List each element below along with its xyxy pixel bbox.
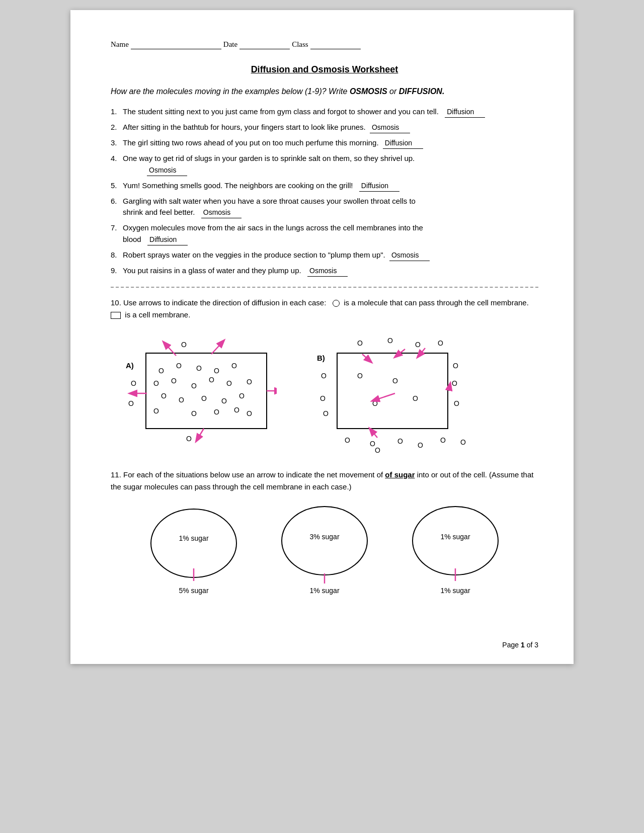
header: Name Date Class bbox=[111, 40, 538, 49]
svg-text:O: O bbox=[171, 377, 177, 385]
svg-text:O: O bbox=[201, 394, 207, 402]
answer-7: Diffusion bbox=[147, 234, 188, 245]
svg-text:O: O bbox=[226, 379, 232, 387]
question-2: 2. After sitting in the bathtub for hour… bbox=[111, 122, 538, 133]
svg-line-59 bbox=[372, 393, 395, 401]
svg-text:O: O bbox=[387, 337, 393, 345]
svg-text:O: O bbox=[397, 437, 403, 445]
svg-text:O: O bbox=[191, 409, 197, 418]
svg-text:O: O bbox=[460, 438, 466, 446]
question-3: 3. The girl sitting two rows ahead of yo… bbox=[111, 137, 538, 149]
svg-line-58 bbox=[370, 429, 377, 438]
svg-line-28 bbox=[211, 341, 224, 354]
cell-1-outside-label: 5% sugar bbox=[179, 587, 208, 595]
svg-line-30 bbox=[196, 429, 204, 441]
answer-9: Osmosis bbox=[307, 266, 348, 277]
svg-text:O: O bbox=[234, 406, 239, 414]
svg-text:O: O bbox=[181, 341, 187, 349]
diagram-a-svg: A) O O O O O O O O bbox=[126, 328, 277, 444]
answer-8: Osmosis bbox=[389, 250, 430, 261]
svg-text:O: O bbox=[179, 396, 184, 404]
svg-text:A): A) bbox=[126, 361, 134, 370]
svg-text:O: O bbox=[321, 372, 327, 380]
svg-text:3% sugar: 3% sugar bbox=[309, 533, 339, 541]
class-blank bbox=[310, 40, 361, 49]
svg-text:O: O bbox=[345, 436, 350, 444]
answer-2: Osmosis bbox=[370, 122, 410, 133]
cell-diagram-1: 1% sugar 5% sugar bbox=[143, 503, 244, 595]
answer-3: Diffusion bbox=[383, 138, 423, 149]
diagram-a: A) O O O O O O O O bbox=[126, 328, 277, 454]
svg-text:O: O bbox=[438, 339, 443, 347]
answer-4: Osmosis bbox=[147, 165, 187, 176]
svg-text:O: O bbox=[247, 378, 252, 386]
molecule-icon bbox=[333, 300, 340, 307]
svg-text:O: O bbox=[452, 379, 457, 387]
svg-text:O: O bbox=[153, 407, 159, 415]
question-list: 1. The student sitting next to you just … bbox=[111, 106, 538, 277]
diagram-b-svg: B) O O O O O O O O O O bbox=[317, 328, 473, 454]
svg-text:O: O bbox=[418, 441, 423, 449]
question-8: 8. Robert sprays water on the veggies in… bbox=[111, 249, 538, 261]
svg-text:O: O bbox=[221, 397, 227, 405]
question-1: 1. The student sitting next to you just … bbox=[111, 106, 538, 118]
q11-instruction: 11. For each of the situations below use… bbox=[111, 469, 538, 493]
cells-row: 1% sugar 5% sugar 3% sugar bbox=[111, 503, 538, 595]
question-9: 9. You put raisins in a glass of water a… bbox=[111, 265, 538, 277]
worksheet-title: Diffusion and Osmosis Worksheet bbox=[111, 64, 538, 75]
svg-point-67 bbox=[413, 507, 498, 575]
svg-text:O: O bbox=[357, 372, 363, 380]
question-5: 5. Yum! Something smells good. The neigh… bbox=[111, 180, 538, 192]
svg-text:1% sugar: 1% sugar bbox=[440, 533, 470, 541]
cell-3-outside-label: 1% sugar bbox=[440, 587, 470, 595]
q10-instruction: 10. Use arrows to indicate the direction… bbox=[111, 297, 538, 321]
answer-6: Osmosis bbox=[201, 207, 242, 218]
diagram-b: B) O O O O O O O O O O bbox=[317, 328, 473, 454]
svg-text:O: O bbox=[413, 394, 418, 402]
diagrams-row: A) O O O O O O O O bbox=[126, 328, 538, 454]
svg-text:O: O bbox=[440, 436, 446, 444]
svg-text:O: O bbox=[186, 435, 192, 443]
svg-text:O: O bbox=[161, 392, 167, 400]
svg-text:O: O bbox=[323, 409, 329, 418]
svg-point-61 bbox=[151, 509, 236, 577]
cell-diagram-2: 3% sugar 1% sugar bbox=[274, 503, 375, 595]
subtitle: How are the molecules moving in the exam… bbox=[111, 87, 538, 96]
svg-text:O: O bbox=[158, 367, 164, 375]
svg-text:O: O bbox=[214, 408, 219, 416]
svg-text:O: O bbox=[209, 376, 214, 384]
cell-2-outside-label: 1% sugar bbox=[309, 587, 339, 595]
name-blank bbox=[131, 40, 221, 49]
svg-text:O: O bbox=[320, 394, 326, 402]
page-number: Page 1 of 3 bbox=[502, 641, 538, 649]
svg-text:O: O bbox=[176, 362, 182, 370]
answer-5: Diffusion bbox=[359, 181, 399, 192]
svg-line-60 bbox=[362, 354, 371, 362]
svg-text:O: O bbox=[247, 409, 252, 418]
cell-1-svg-container: 1% sugar bbox=[143, 503, 244, 584]
question-4: 4. One way to get rid of slugs in your g… bbox=[111, 153, 538, 176]
class-label: Class bbox=[292, 40, 308, 49]
question-6: 6. Gargling with salt water when you hav… bbox=[111, 196, 538, 219]
svg-text:O: O bbox=[231, 362, 237, 370]
membrane-icon bbox=[111, 312, 121, 319]
svg-text:1% sugar: 1% sugar bbox=[179, 534, 208, 542]
svg-text:O: O bbox=[131, 379, 136, 387]
date-label: Date bbox=[223, 40, 237, 49]
svg-point-64 bbox=[282, 507, 367, 575]
svg-text:O: O bbox=[415, 341, 421, 349]
svg-text:O: O bbox=[191, 382, 197, 390]
cell-2-svg-container: 3% sugar bbox=[274, 503, 375, 584]
answer-1: Diffusion bbox=[445, 107, 485, 118]
separator bbox=[111, 287, 538, 288]
svg-text:O: O bbox=[153, 379, 159, 387]
svg-text:O: O bbox=[357, 339, 363, 347]
svg-text:O: O bbox=[239, 392, 245, 400]
svg-text:O: O bbox=[128, 399, 134, 407]
svg-line-57 bbox=[449, 383, 450, 391]
svg-text:O: O bbox=[453, 362, 458, 370]
name-label: Name bbox=[111, 40, 129, 49]
cell-diagram-3: 1% sugar 1% sugar bbox=[405, 503, 506, 595]
svg-text:O: O bbox=[196, 364, 202, 372]
svg-text:O: O bbox=[214, 367, 219, 375]
